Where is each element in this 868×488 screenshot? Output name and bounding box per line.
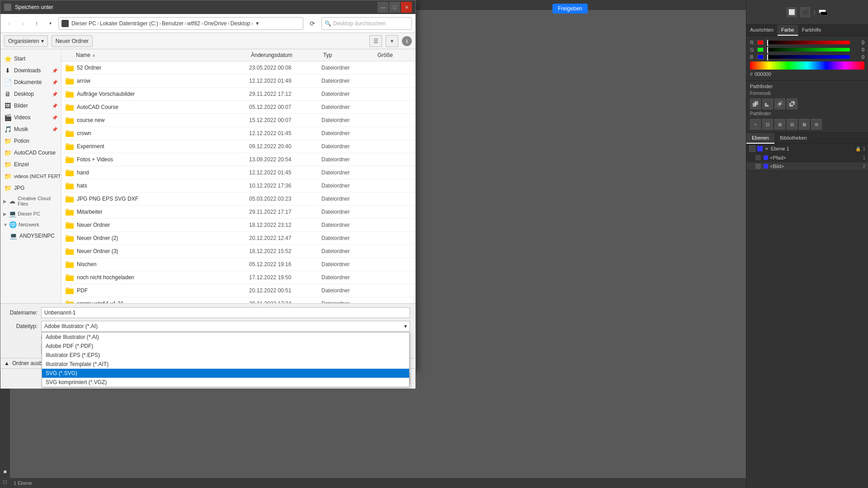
option-ai[interactable]: Adobe Illustrator (*.AI) (42, 333, 409, 342)
breadcrumb-benutzer[interactable]: Benutzer (162, 20, 184, 27)
tab-ebenen[interactable]: Ebenen (746, 133, 774, 144)
breadcrumb-onedrive[interactable]: OneDrive (204, 20, 227, 27)
option-eps[interactable]: Illustrator EPS (*.EPS) (42, 351, 409, 360)
sidebar-item-andyseinpc[interactable]: 💻 ANDYSEINPC (0, 230, 61, 242)
sidebar-group-netzwerk[interactable]: ▼ 🌐 Netzwerk (0, 219, 61, 230)
option-svgz[interactable]: SVG komprimiert (*.VGZ) (42, 378, 409, 387)
tab-farbe[interactable]: Farbe (778, 25, 798, 36)
file-item[interactable]: Neuer Ordner (3) 18.12.2022 15:52 Dateio… (61, 245, 415, 258)
pf-exclude[interactable] (787, 99, 797, 109)
pf-trim[interactable]: ⊡ (762, 119, 773, 130)
organize-button[interactable]: Organisieren ▾ (4, 35, 48, 47)
pf-unite[interactable] (750, 99, 761, 109)
sidebar-item-einzel[interactable]: 📁 Einzel (0, 159, 61, 170)
pf-intersect[interactable] (774, 99, 785, 109)
file-item[interactable]: arrow 12.12.2022 01:49 Dateiordner (61, 75, 415, 88)
pathfinder-title[interactable]: Pathfinder (750, 84, 864, 89)
layer-1[interactable]: ▼ Ebene 1 🔒 1 (746, 144, 868, 154)
breadcrumb-wtf82[interactable]: wtf82 (187, 20, 200, 27)
file-item[interactable]: noch nicht hochgeladen 17.12.2022 19:50 … (61, 271, 415, 284)
sidebar-item-potion[interactable]: 📁 Potion (0, 135, 61, 147)
sidebar-item-desktop[interactable]: 🖥 Desktop 📌 (0, 88, 61, 100)
back-button[interactable]: ‹ (4, 18, 15, 29)
color-spectrum[interactable] (750, 61, 864, 70)
forward-button[interactable]: › (18, 18, 28, 29)
panel-icon2[interactable]: ⬛ (800, 7, 810, 17)
option-svg[interactable]: SVG (*.SVG) (42, 369, 409, 378)
file-item[interactable]: hand 12.12.2022 01:45 Dateiordner (61, 166, 415, 179)
file-item[interactable]: hats 10.12.2022 17:36 Dateiordner (61, 179, 415, 192)
sidebar-group-dieser-pc[interactable]: ▶ 💻 Dieser PC (0, 208, 61, 219)
col-header-name[interactable]: Name ▲ (74, 51, 249, 59)
g-slider[interactable] (767, 48, 850, 52)
breadcrumb-bar[interactable]: Dieser PC › Lokaler Datenträger (C:) › B… (58, 17, 303, 30)
breadcrumb-dropdown-btn[interactable]: ▾ (256, 20, 259, 27)
col-header-date[interactable]: Änderungsdatum (249, 51, 321, 59)
filetype-dropdown[interactable]: Adobe Illustrator (*.AI) ▾ Adobe Illustr… (41, 321, 410, 332)
file-item[interactable]: AutoCAD Course 05.12.2022 00:07 Dateiord… (61, 101, 415, 114)
new-folder-button[interactable]: Neuer Ordner (52, 35, 93, 47)
sidebar-item-bilder[interactable]: 🖼 Bilder 📌 (0, 100, 61, 112)
sidebar-item-videos-nicht[interactable]: 📁 videos (NICHT FERT (0, 170, 61, 182)
file-item[interactable]: course new 15.12.2022 00:07 Dateiordner (61, 114, 415, 127)
breadcrumb-desktop[interactable]: Desktop (230, 20, 250, 27)
pf-divide[interactable]: ÷ (750, 119, 761, 130)
sidebar-item-start[interactable]: ⭐ Start (0, 53, 61, 65)
stroke-tool[interactable]: □ (0, 477, 9, 486)
close-button[interactable]: ✕ (401, 2, 412, 13)
sublayer-bild[interactable]: <Bild> 2 (746, 162, 868, 171)
pf-merge[interactable]: ⊞ (774, 119, 785, 130)
file-item[interactable]: JPG PNG EPS SVG DXF 05.03.2022 03:23 Dat… (61, 192, 415, 206)
sublayer-path[interactable]: <Pfad> 1 (746, 154, 868, 162)
file-item[interactable]: Nischen 05.12.2022 19:16 Dateiordner (61, 258, 415, 271)
option-pdf[interactable]: Adobe PDF (*.PDF) (42, 342, 409, 351)
file-item[interactable]: Experiment 09.12.2022 20:40 Dateiordner (61, 140, 415, 153)
filename-input[interactable] (41, 307, 410, 318)
search-bar[interactable]: 🔍 Desktop durchsuchen (321, 17, 412, 30)
dropdown-arrow-button[interactable]: ▾ (45, 18, 56, 29)
layer-expand-icon[interactable]: ▼ (764, 146, 769, 151)
sidebar-item-downloads[interactable]: ⬇ Downloads 📌 (0, 65, 61, 76)
file-item[interactable]: Neuer Ordner (2) 20.12.2022 12:47 Dateio… (61, 232, 415, 245)
file-item[interactable]: Fotos + Videos 13.09.2022 20:54 Dateiord… (61, 153, 415, 166)
refresh-button[interactable]: ⟳ (306, 17, 319, 30)
sidebar-group-creative-cloud[interactable]: ▶ ☁ Creative Cloud Files (0, 194, 61, 208)
file-item[interactable]: Mitarbeiter 29.11.2022 17:17 Dateiordner (61, 206, 415, 219)
filetype-dropdown-options[interactable]: Adobe Illustrator (*.AI) Adobe PDF (*.PD… (42, 332, 410, 387)
color-swatch-bg[interactable] (821, 12, 828, 15)
b-slider[interactable] (767, 55, 850, 59)
file-item[interactable]: Aufträge Vorschaubilder 29.11.2022 17:12… (61, 88, 415, 101)
sidebar-item-videos[interactable]: 🎬 Videos 📌 (0, 112, 61, 123)
up-button[interactable]: ↑ (31, 18, 42, 29)
option-ait[interactable]: Illustrator Template (*.AIT) (42, 360, 409, 369)
freigeben-button[interactable]: Freigeben (552, 4, 588, 14)
tab-ausrichten[interactable]: Ausrichten (746, 25, 778, 36)
col-header-type[interactable]: Typ (321, 51, 376, 59)
layer-eye-1[interactable] (749, 145, 755, 152)
minimize-button[interactable]: — (377, 2, 388, 13)
sidebar-item-autocad[interactable]: 📁 AutoCAD Course (0, 147, 61, 159)
fill-tool[interactable]: ■ (0, 467, 9, 476)
pf-outline[interactable]: ⊠ (799, 119, 810, 130)
view-button[interactable]: ☰ (369, 35, 382, 47)
file-item[interactable]: PDF 20.12.2022 00:51 Dateiordner (61, 284, 415, 297)
r-slider[interactable] (767, 41, 850, 44)
sidebar-item-jpg[interactable]: 📁 JPG (0, 182, 61, 194)
pf-crop[interactable]: ⊟ (787, 119, 797, 130)
file-item[interactable]: 52 Ordner 23.05.2022 00:08 Dateiordner (61, 61, 415, 75)
panel-icon1[interactable]: ⬜ (787, 7, 797, 17)
breadcrumb-lokaler[interactable]: Lokaler Datenträger (C:) (100, 20, 158, 27)
tab-bibliotheken[interactable]: Bibliotheken (774, 133, 812, 144)
info-button[interactable]: i (402, 36, 412, 46)
sidebar-item-musik[interactable]: 🎵 Musik 📌 (0, 123, 61, 135)
file-item[interactable]: Neuer Ordner 18.12.2022 23:12 Dateiordne… (61, 219, 415, 232)
layer-lock-icon[interactable]: 🔒 (855, 146, 861, 151)
breadcrumb-dieser-pc[interactable]: Dieser PC (71, 20, 96, 27)
tab-farbhilfe[interactable]: Farbhilfe (798, 25, 825, 36)
view-dropdown-btn[interactable]: ▾ (386, 35, 398, 47)
maximize-button[interactable]: □ (389, 2, 400, 13)
file-list-area[interactable]: Name ▲ Änderungsdatum Typ Größe (61, 49, 415, 303)
pf-minus-back[interactable]: ⊖ (811, 119, 822, 130)
sidebar-item-dokumente[interactable]: 📄 Dokumente 📌 (0, 76, 61, 88)
pf-minus-front[interactable] (762, 99, 773, 109)
